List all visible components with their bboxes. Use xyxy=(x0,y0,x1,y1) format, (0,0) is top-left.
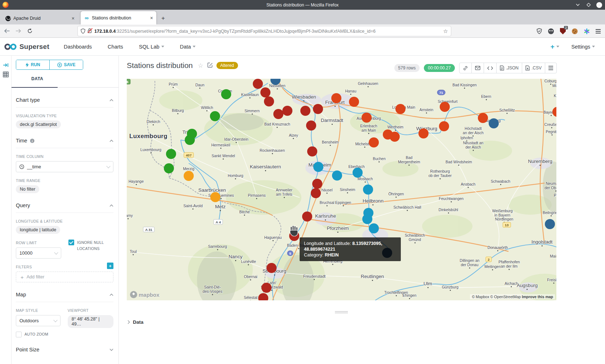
nav-item-dashboards[interactable]: Dashboards xyxy=(64,44,92,50)
map-point[interactable] xyxy=(390,132,400,142)
map-point[interactable] xyxy=(331,93,341,103)
row-limit-select[interactable]: 10000 xyxy=(16,247,61,259)
map-point[interactable] xyxy=(164,163,174,173)
map-point[interactable] xyxy=(313,104,323,114)
section-header[interactable]: Time i xyxy=(16,138,113,148)
map-point[interactable] xyxy=(478,113,488,123)
map-point[interactable] xyxy=(440,102,450,112)
tab-stations-distribution[interactable]: ∞ Stations distribution × xyxy=(81,11,156,24)
section-header[interactable]: Query xyxy=(16,203,113,213)
map-point[interactable] xyxy=(300,106,310,116)
settings-menu[interactable]: Settings xyxy=(572,44,595,50)
map-point[interactable] xyxy=(282,106,292,116)
container-mask-icon[interactable] xyxy=(548,28,554,34)
time-column-select[interactable]: __time xyxy=(16,161,113,172)
cookie-icon[interactable] xyxy=(572,28,578,34)
section-header[interactable]: Chart type xyxy=(16,97,113,108)
section-header[interactable]: Point Size xyxy=(16,347,113,357)
protection-shield-icon[interactable] xyxy=(537,28,542,34)
map-point[interactable] xyxy=(266,263,277,273)
attribution-improve-link[interactable]: Improve this map xyxy=(522,295,553,299)
add-filter-box[interactable]: + Add filter xyxy=(16,272,113,282)
map-point[interactable] xyxy=(313,162,323,172)
map-point[interactable] xyxy=(545,219,555,229)
dataset-grid-icon[interactable] xyxy=(0,70,12,79)
map-point[interactable] xyxy=(395,104,405,114)
tab-close-icon[interactable]: × xyxy=(150,15,153,21)
map-point[interactable] xyxy=(221,89,231,99)
attribution-mapbox[interactable]: © Mapbox xyxy=(472,295,489,299)
map-point[interactable] xyxy=(302,211,312,222)
time-range-value[interactable]: No filter xyxy=(16,185,39,193)
map-point[interactable] xyxy=(210,192,220,202)
map-style-select[interactable]: Outdoors xyxy=(16,315,60,326)
map-point[interactable] xyxy=(418,128,429,138)
viewport-value[interactable]: 8° 46' 45.28" | 49… xyxy=(68,315,113,328)
map-point[interactable] xyxy=(184,171,194,181)
edit-properties-icon[interactable] xyxy=(207,62,213,69)
map-point[interactable] xyxy=(362,113,372,123)
altered-badge[interactable]: Altered xyxy=(216,62,238,69)
map-point[interactable] xyxy=(439,121,449,131)
tab-close-icon[interactable]: × xyxy=(72,15,75,21)
browser-menu-icon[interactable] xyxy=(596,29,601,33)
map-point[interactable] xyxy=(258,293,268,300)
new-tab-button[interactable]: + xyxy=(158,14,168,23)
viz-type-value[interactable]: deck.gl Scatterplot xyxy=(16,120,61,128)
panel-resize-handle[interactable] xyxy=(335,311,348,313)
embed-code-button[interactable] xyxy=(484,63,497,73)
save-button[interactable]: SAVE xyxy=(50,60,83,69)
run-button[interactable]: RUN xyxy=(16,60,50,69)
map-point[interactable] xyxy=(311,188,321,198)
mapbox-logo[interactable]: mapbox xyxy=(130,291,160,298)
map-point[interactable] xyxy=(185,135,195,145)
export-json-button[interactable]: .JSON xyxy=(497,63,522,73)
reload-icon[interactable] xyxy=(25,26,35,36)
window-maximize-icon[interactable] xyxy=(586,2,591,8)
data-panel-toggle[interactable]: Data xyxy=(127,319,143,325)
back-icon[interactable] xyxy=(2,26,12,36)
map-point[interactable] xyxy=(261,283,272,293)
new-plus-button[interactable]: + xyxy=(550,43,559,51)
forward-icon[interactable] xyxy=(14,26,23,36)
map-point[interactable] xyxy=(307,146,317,156)
email-button[interactable] xyxy=(472,63,484,73)
map-point[interactable] xyxy=(166,149,176,159)
map-point[interactable] xyxy=(273,109,283,119)
nav-item-charts[interactable]: Charts xyxy=(108,44,123,50)
extension-pinwheel-icon[interactable] xyxy=(584,28,590,34)
section-header[interactable]: Map xyxy=(16,292,113,302)
deckgl-map[interactable]: PrümDaunCochemNastättenGelnhausenBad Kis… xyxy=(127,79,556,300)
window-minimize-icon[interactable] xyxy=(575,2,581,8)
add-filter-plus-button[interactable]: + xyxy=(107,263,113,269)
auto-zoom-checkbox[interactable] xyxy=(16,332,22,337)
window-close-icon[interactable]: × xyxy=(596,2,602,8)
map-point[interactable] xyxy=(349,97,359,107)
export-csv-button[interactable]: .CSV xyxy=(522,63,545,73)
ublock-icon[interactable]: 2 xyxy=(560,28,566,35)
map-point[interactable] xyxy=(363,185,373,195)
expand-datasource-icon[interactable] xyxy=(0,60,12,70)
map-point[interactable] xyxy=(369,223,379,233)
superset-logo[interactable]: Superset xyxy=(4,43,49,51)
map-point[interactable] xyxy=(362,214,372,224)
nav-item-sql-lab[interactable]: SQL Lab xyxy=(139,44,164,50)
tab-data[interactable]: DATA xyxy=(31,76,43,81)
map-point[interactable] xyxy=(353,168,363,178)
favorite-star-icon[interactable]: ☆ xyxy=(198,62,203,69)
lonlat-value[interactable]: longitude | latitude xyxy=(16,226,60,234)
map-point[interactable] xyxy=(260,87,270,97)
map-point[interactable] xyxy=(210,111,220,121)
nav-item-data[interactable]: Data xyxy=(180,44,196,50)
map-point[interactable] xyxy=(369,137,379,147)
bookmark-star-icon[interactable]: ☆ xyxy=(443,28,448,35)
chart-menu-button[interactable] xyxy=(545,63,556,73)
map-point[interactable] xyxy=(489,118,499,128)
map-point[interactable] xyxy=(253,79,263,89)
url-bar[interactable]: 172.18.0.4:32251/superset/explore/?form_… xyxy=(77,26,451,36)
attribution-osm[interactable]: © OpenStreetMap xyxy=(490,295,521,299)
map-point[interactable] xyxy=(264,96,274,106)
tab-apache-druid[interactable]: Apache Druid × xyxy=(2,12,78,24)
ignore-null-checkbox[interactable] xyxy=(68,240,74,245)
map-point[interactable] xyxy=(306,120,316,131)
